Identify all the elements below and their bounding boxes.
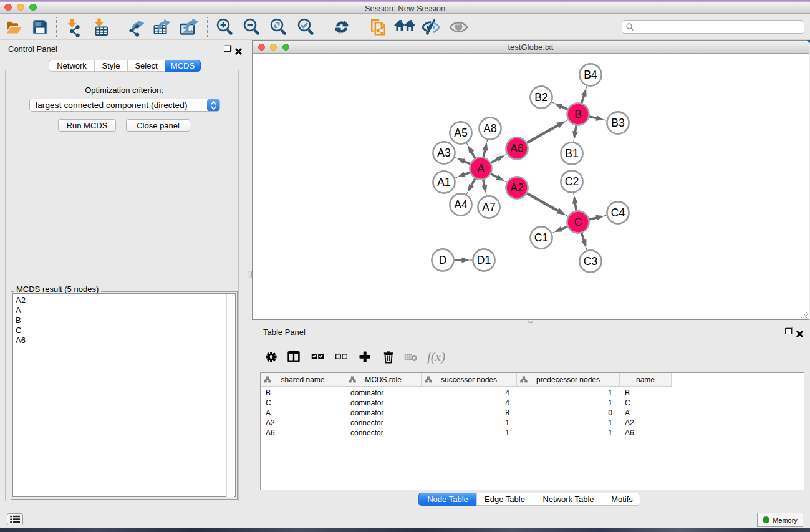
graph-node-A7[interactable]: A7	[478, 196, 499, 218]
graph-node-C1[interactable]: C1	[530, 226, 552, 248]
tab-motifs[interactable]: Motifs	[604, 493, 640, 506]
zoom-selected-button[interactable]	[297, 14, 317, 40]
add-column-button[interactable]	[359, 345, 371, 369]
table-row[interactable]: C dominator 4 1 C	[261, 399, 672, 409]
table-row[interactable]: A dominator 8 0 A	[261, 409, 672, 418]
show-network-button[interactable]	[448, 14, 469, 40]
graph-node-A[interactable]: A	[470, 157, 491, 179]
graph-edge[interactable]	[589, 117, 598, 118]
graph-node-A8[interactable]: A8	[479, 117, 501, 139]
table-panel-float-button[interactable]	[785, 328, 792, 334]
criterion-dropdown[interactable]: largest connected component (directed)	[29, 99, 220, 112]
table-row[interactable]: A2 connector 1 1 A2	[261, 418, 672, 428]
graph-edge[interactable]	[527, 125, 559, 143]
open-file-button[interactable]	[4, 14, 22, 40]
network-canvas[interactable]: B4 B2 B B3 A8 A5 A6 A3 B1 A	[253, 54, 809, 319]
graph-node-A2[interactable]: A2	[506, 177, 528, 198]
zoom-out-button[interactable]	[243, 14, 263, 40]
split-table-button[interactable]	[287, 345, 300, 369]
delete-column-button[interactable]	[382, 345, 395, 369]
node-table[interactable]: shared name MCDS role successor nodes pr…	[260, 372, 804, 490]
export-table-button[interactable]	[152, 14, 173, 40]
graph-edge[interactable]	[561, 106, 568, 110]
graph-node-A5[interactable]: A5	[450, 122, 471, 143]
graph-node-D[interactable]: D	[432, 249, 453, 271]
graph-node-B2[interactable]: B2	[530, 86, 552, 108]
zoom-fit-button[interactable]	[269, 14, 289, 40]
column-header-predecessor-nodes[interactable]: predecessor nodes	[517, 373, 620, 386]
mcds-result-item[interactable]: C	[13, 326, 235, 336]
window-resize-grip[interactable]	[800, 311, 808, 318]
splitpane-grip-vertical[interactable]	[248, 271, 252, 278]
zoom-in-button[interactable]	[216, 14, 236, 40]
memory-button[interactable]: Memory	[757, 513, 803, 527]
mcds-result-item[interactable]: B	[13, 316, 235, 326]
graph-edge[interactable]	[575, 202, 576, 211]
column-header-shared-name[interactable]: shared name	[261, 373, 345, 386]
import-table-button[interactable]	[93, 14, 112, 40]
close-panel-button[interactable]: Close panel	[126, 119, 190, 132]
tab-label: Network	[57, 61, 87, 70]
graph-node-C4[interactable]: C4	[607, 201, 629, 223]
graph-edge[interactable]	[471, 151, 475, 158]
graph-edge[interactable]	[483, 149, 485, 158]
tab-network[interactable]: Network	[49, 60, 94, 72]
run-mcds-button[interactable]: Run MCDS	[58, 119, 116, 132]
graph-node-B[interactable]: B	[567, 103, 589, 125]
graph-node-B3[interactable]: B3	[607, 112, 629, 133]
tab-edge-table[interactable]: Edge Table	[476, 493, 533, 506]
mcds-list-scrollbar[interactable]	[226, 294, 234, 497]
graph-edge[interactable]	[582, 95, 584, 104]
mcds-result-item[interactable]: A2	[13, 296, 235, 306]
clone-network-button[interactable]	[369, 14, 388, 40]
graph-node-C3[interactable]: C3	[579, 250, 601, 272]
graph-edge[interactable]	[527, 193, 559, 211]
graph-node-B1[interactable]: B1	[561, 142, 582, 164]
column-header-MCDS-role[interactable]: MCDS role	[345, 373, 422, 386]
save-session-button[interactable]	[31, 14, 50, 40]
mcds-result-list[interactable]: A2ABCA6	[12, 293, 236, 497]
graph-node-C2[interactable]: C2	[561, 170, 582, 192]
column-settings-button[interactable]	[265, 345, 277, 369]
graph-node-D1[interactable]: D1	[473, 249, 494, 271]
graph-node-A1[interactable]: A1	[433, 171, 455, 193]
function-builder-button[interactable]: f(x)	[427, 345, 450, 369]
graph-edge[interactable]	[491, 174, 498, 178]
mcds-result-item[interactable]: A	[13, 306, 235, 316]
table-panel-close-button[interactable]	[796, 329, 803, 336]
search-input[interactable]	[622, 20, 804, 34]
table-row[interactable]: A6 connector 1 1 A6	[261, 428, 672, 438]
graph-node-A3[interactable]: A3	[433, 142, 455, 163]
task-history-button[interactable]	[7, 513, 23, 525]
column-header-name[interactable]: name	[620, 373, 672, 386]
hide-network-button[interactable]	[420, 14, 441, 40]
export-image-button[interactable]	[179, 14, 200, 40]
unselect-all-columns-button[interactable]	[335, 345, 347, 369]
tab-select[interactable]: Select	[127, 60, 165, 72]
mcds-result-items: A2ABCA6	[13, 294, 235, 346]
select-all-columns-button[interactable]	[311, 345, 324, 369]
table-row[interactable]: B dominator 4 1 B	[261, 389, 672, 399]
graph-node-B4[interactable]: B4	[579, 64, 601, 85]
tab-network-table[interactable]: Network Table	[533, 493, 604, 506]
graph-edge[interactable]	[582, 233, 584, 241]
graph-edge[interactable]	[589, 218, 598, 220]
control-panel-float-button[interactable]	[224, 46, 231, 52]
graph-node-C[interactable]: C	[567, 211, 589, 233]
refresh-view-button[interactable]	[333, 14, 352, 40]
show-all-networks-button[interactable]	[394, 14, 415, 40]
graph-node-A6[interactable]: A6	[506, 137, 528, 159]
delete-table-button[interactable]	[404, 345, 419, 369]
tab-style[interactable]: Style	[94, 60, 127, 72]
export-network-button[interactable]	[127, 14, 147, 40]
graph-edge[interactable]	[471, 178, 475, 186]
column-header-successor-nodes[interactable]: successor nodes	[422, 373, 517, 386]
import-network-button[interactable]	[66, 14, 85, 40]
graph-node-A4[interactable]: A4	[450, 193, 471, 215]
splitpane-grip-horizontal[interactable]	[528, 321, 533, 324]
mcds-result-item[interactable]: A6	[13, 336, 235, 346]
tab-node-table[interactable]: Node Table	[418, 493, 476, 506]
graph-edge[interactable]	[491, 158, 499, 163]
control-panel-close-button[interactable]	[235, 46, 242, 53]
tab-mcds[interactable]: MCDS	[165, 60, 201, 72]
